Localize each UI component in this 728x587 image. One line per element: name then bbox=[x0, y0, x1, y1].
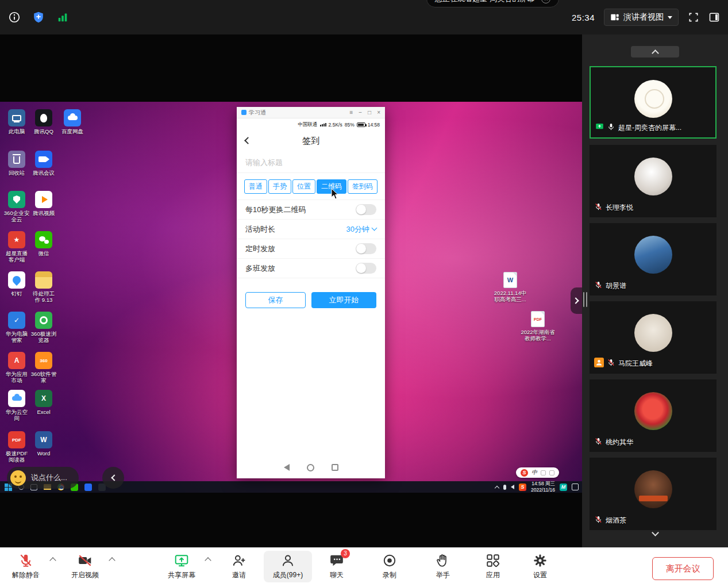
phone-statusbar: 中国联通 2.5K/s 85% 14:58 bbox=[237, 120, 385, 129]
back-chevron-icon[interactable] bbox=[244, 137, 252, 144]
fullscreen-icon[interactable] bbox=[688, 11, 699, 23]
network-signal-icon[interactable] bbox=[56, 11, 69, 24]
sidebar-toggle-icon[interactable] bbox=[708, 11, 720, 23]
desktop-icon-baidu-netdisk[interactable]: 百度网盘 bbox=[59, 109, 86, 135]
participant-tile[interactable]: 胡景谱 bbox=[590, 223, 717, 296]
desktop-icon-wechat[interactable]: 微信 bbox=[30, 231, 57, 256]
taskbar-clock[interactable]: 14:58 周三 2022/11/16 bbox=[531, 481, 555, 493]
invite-button[interactable]: 邀请 bbox=[215, 553, 263, 580]
tab-normal[interactable]: 普通 bbox=[244, 179, 267, 194]
desktop-icon-huawei-appgallery[interactable]: A华为应用市场 bbox=[3, 352, 30, 384]
android-recents-icon[interactable] bbox=[332, 464, 338, 471]
duration-select[interactable]: 30分钟 bbox=[346, 224, 376, 235]
start-video-button[interactable]: 开启视频 bbox=[61, 553, 109, 580]
participant-tile[interactable]: 长理李悦 bbox=[590, 145, 717, 217]
view-mode-button[interactable]: 演讲者视图 bbox=[604, 9, 679, 26]
top-toolbar: 25:34 演讲者视图 bbox=[0, 0, 728, 34]
desktop-icon-recycle-bin[interactable]: 回收站 bbox=[3, 151, 30, 176]
refresh-qr-toggle[interactable] bbox=[356, 204, 376, 215]
title-input[interactable]: 请输入标题 bbox=[237, 152, 385, 173]
participant-tile[interactable]: 烟酒茶 bbox=[590, 458, 717, 530]
start-now-button[interactable]: 立即开始 bbox=[311, 292, 376, 308]
desktop-icon-this-pc[interactable]: 此电脑 bbox=[3, 109, 30, 135]
chat-button[interactable]: 3 聊天 bbox=[313, 553, 361, 580]
quick-chat-bubble[interactable]: 说点什么... bbox=[7, 467, 79, 489]
meeting-taskbar-icon[interactable] bbox=[84, 484, 92, 491]
save-button[interactable]: 保存 bbox=[245, 292, 306, 308]
desktop-icon-tencent-qq[interactable]: 腾讯QQ bbox=[30, 109, 57, 135]
unmute-button[interactable]: 解除静音 bbox=[2, 553, 50, 580]
setting-row-duration[interactable]: 活动时长 30分钟 bbox=[237, 220, 385, 239]
chat-placeholder[interactable]: 说点什么... bbox=[31, 473, 67, 483]
tab-gesture[interactable]: 手势 bbox=[268, 179, 291, 194]
desktop-icon-word[interactable]: WWord bbox=[30, 431, 57, 456]
bubble-collapse-button[interactable] bbox=[102, 467, 124, 489]
desktop-icon-360-browser[interactable]: 360极速浏览器 bbox=[30, 312, 57, 344]
desktop-icon-huawei-pc-manager[interactable]: ✓华为电脑管家 bbox=[3, 312, 30, 344]
expand-panel-tab[interactable] bbox=[571, 287, 582, 314]
menu-icon[interactable] bbox=[349, 109, 353, 116]
mic-muted-icon bbox=[607, 358, 615, 369]
audio-options-chevron[interactable] bbox=[49, 557, 56, 563]
participant-tile[interactable]: 桃灼其华 bbox=[590, 379, 717, 452]
participant-tile-sharing[interactable]: 超星-周奕杏的屏幕... bbox=[590, 66, 717, 139]
share-screen-button[interactable]: 共享屏幕 bbox=[157, 553, 206, 580]
settings-button[interactable]: 设置 bbox=[516, 553, 564, 580]
desktop-icon-huawei-cloud[interactable]: 华为云空间 bbox=[3, 390, 30, 422]
scroll-up-button[interactable] bbox=[631, 46, 679, 57]
action-center-icon[interactable] bbox=[572, 484, 579, 490]
timed-release-toggle[interactable] bbox=[356, 243, 376, 254]
desktop-icon-excel[interactable]: XExcel bbox=[30, 390, 57, 415]
desktop-file-pdf-doc[interactable]: PDF 2022年湖南省教师教学... bbox=[521, 311, 555, 342]
tab-location[interactable]: 位置 bbox=[292, 179, 315, 194]
desktop-icon-dingtalk[interactable]: 钉钉 bbox=[3, 271, 30, 297]
desktop-icon-tencent-meeting[interactable]: 腾讯会议 bbox=[30, 151, 57, 176]
avatar bbox=[634, 470, 672, 508]
tray-expand-icon[interactable] bbox=[495, 485, 499, 490]
dingtalk-icon bbox=[8, 271, 25, 289]
record-button[interactable]: 录制 bbox=[365, 553, 414, 580]
close-icon[interactable] bbox=[377, 109, 380, 116]
setting-row-multiclass: 多班发放 bbox=[237, 259, 385, 278]
invite-icon bbox=[232, 553, 246, 568]
sidebar-drag-handle[interactable] bbox=[583, 292, 587, 307]
wechat-icon bbox=[35, 231, 52, 248]
maximize-icon[interactable] bbox=[368, 109, 371, 116]
emoji-icon[interactable] bbox=[10, 470, 26, 486]
android-home-icon[interactable] bbox=[307, 464, 314, 471]
desktop-icon-360-security-cloud[interactable]: 360企业安全云 bbox=[3, 191, 30, 223]
sogou-tray-icon[interactable] bbox=[519, 484, 526, 491]
android-back-icon[interactable] bbox=[284, 464, 290, 471]
minimize-icon[interactable] bbox=[359, 109, 362, 116]
apps-button[interactable]: 应用 bbox=[469, 553, 517, 580]
tray-app-icon[interactable] bbox=[560, 484, 567, 491]
desktop-icon-tencent-video[interactable]: 腾讯视频 bbox=[30, 191, 57, 216]
desktop-icon-chaoxing-live[interactable]: ★超星直播客户端 bbox=[3, 231, 30, 263]
chat-icon: 3 bbox=[329, 553, 344, 568]
leave-meeting-button[interactable]: 离开会议 bbox=[652, 557, 714, 580]
sogou-input-bar[interactable] bbox=[516, 467, 559, 478]
tray-speaker-icon[interactable] bbox=[511, 485, 514, 489]
desktop-file-word-doc[interactable]: W 2022.11.14中职高考高三... bbox=[493, 272, 527, 303]
desktop-icon-pending-work[interactable]: 待处理工作 9.13 bbox=[30, 271, 57, 304]
meeting-info-icon[interactable] bbox=[8, 11, 21, 24]
tab-signcode[interactable]: 签到码 bbox=[348, 179, 378, 194]
phone-window-titlebar[interactable]: 学习通 bbox=[237, 107, 385, 118]
mic-muted-icon bbox=[594, 202, 603, 213]
security-shield-icon[interactable] bbox=[32, 11, 45, 24]
chevron-left-icon bbox=[111, 474, 117, 481]
participant-tile[interactable]: 马院王威峰 bbox=[590, 301, 717, 374]
360-browser-icon bbox=[35, 312, 52, 329]
share-options-chevron[interactable] bbox=[205, 557, 211, 563]
members-button[interactable]: 成员(99+) bbox=[264, 551, 312, 582]
scroll-down-button[interactable] bbox=[631, 528, 679, 539]
multiclass-toggle[interactable] bbox=[356, 263, 376, 274]
raise-hand-button[interactable]: 举手 bbox=[419, 553, 467, 580]
mouse-cursor bbox=[331, 188, 340, 202]
banner-close-icon[interactable] bbox=[541, 0, 550, 3]
desktop-icon-360-software-manager[interactable]: 360360软件管家 bbox=[30, 352, 57, 384]
video-options-chevron[interactable] bbox=[109, 557, 115, 563]
chevron-down-icon bbox=[372, 225, 378, 231]
tray-mic-icon[interactable] bbox=[503, 485, 506, 490]
desktop-icon-pdf-reader[interactable]: PDF极速PDF阅读器 bbox=[3, 431, 30, 463]
